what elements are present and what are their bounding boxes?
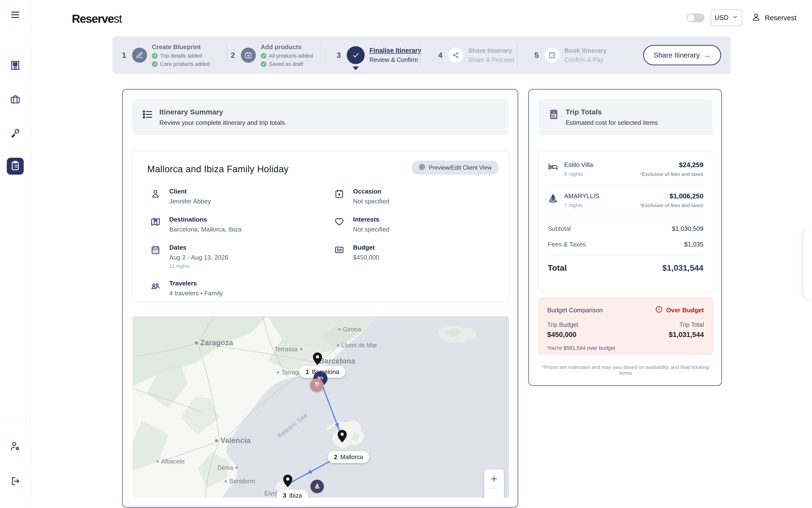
field-interests: InterestsNot specified: [334, 216, 503, 233]
itinerary-map[interactable]: Zaragoza Terrassa Girona Lloret de Mar B…: [132, 316, 509, 498]
map-pin-ibiza[interactable]: [283, 475, 292, 488]
theme-toggle[interactable]: [686, 13, 705, 22]
boat-marker[interactable]: [311, 480, 324, 493]
preview-button-label: Preview/Edit Client View: [429, 164, 492, 171]
currency-select[interactable]: USD: [711, 9, 742, 26]
divider: [548, 184, 704, 185]
total-row: Total$1,031,544: [548, 263, 704, 272]
summary-header: Itinerary Summary Review your complete i…: [132, 99, 509, 135]
step-share-itinerary[interactable]: 4 Share Itinerary Share & Proceed: [437, 36, 514, 74]
divider: [548, 216, 704, 216]
key-icon: [10, 128, 20, 139]
summary-subtitle: Review your complete itinerary and trip …: [160, 119, 286, 127]
arrow-right-icon: →: [704, 51, 711, 59]
step-create-blueprint[interactable]: 1 Create Blueprint Trip details added Co…: [121, 36, 210, 74]
map-icon: [150, 216, 161, 233]
clipboard-icon: [10, 160, 20, 172]
over-budget-note: You're $581,544 over budget: [547, 345, 704, 351]
share-itinerary-button[interactable]: Share Itinerary →: [643, 45, 721, 65]
sidebar: [0, 0, 31, 508]
step-check: All products added: [261, 53, 313, 59]
app-logo[interactable]: Reservest: [72, 12, 122, 26]
step-divider: [517, 44, 517, 67]
map-label-terrassa: Terrassa: [274, 346, 302, 353]
item-note: *Exclusive of fees and taxes: [640, 203, 704, 208]
zoom-out-button[interactable]: −: [484, 489, 504, 498]
menu-button[interactable]: [7, 7, 24, 24]
field-travelers: Travelers4 travelers • Family: [150, 280, 334, 297]
wizard-stepper: 1 Create Blueprint Trip details added Co…: [112, 36, 731, 74]
check-icon: [152, 61, 157, 67]
svg-text:$: $: [337, 248, 339, 252]
line-item-villa: Estilo Villa 5 nights $24,259 *Exclusive…: [548, 161, 704, 177]
city-dot: [215, 439, 218, 442]
step-title: Book Itinerary: [565, 47, 607, 54]
logout-icon: [10, 476, 20, 488]
side-drawer-handle[interactable]: [804, 229, 812, 299]
logout-button[interactable]: [7, 473, 24, 490]
briefcase-icon: [10, 94, 20, 105]
step-subtitle: Share & Proceed: [468, 56, 514, 64]
city-dot: [156, 460, 159, 463]
sidebar-item-account-settings[interactable]: [7, 438, 24, 455]
calendar-icon: [150, 244, 161, 269]
stop-pill-mallorca[interactable]: 2Mallorca: [327, 451, 369, 463]
step-finalise-itinerary-active[interactable]: 3 Finalise Itinerary Review & Confirm: [335, 36, 421, 74]
share-icon: [448, 48, 463, 62]
sidebar-item-hotels[interactable]: [7, 57, 24, 74]
sailboat-icon: [548, 192, 558, 204]
subtotal-row: Subtotal$1,030,509: [548, 225, 704, 232]
city-dot: [195, 341, 198, 344]
calendar-check-icon: [545, 48, 559, 62]
map-label-valencia: Valencia: [215, 436, 251, 445]
zoom-in-button[interactable]: +: [484, 469, 504, 488]
item-price: $1,006,250: [640, 192, 704, 200]
field-destinations: DestinationsBarcelona, Mallorca, Ibiza: [150, 216, 334, 233]
step-check: Core products added: [152, 61, 210, 67]
sidebar-item-keys[interactable]: [7, 125, 24, 142]
step-subtitle: Confirm & Pay: [565, 56, 607, 64]
map-label-barcelona: Barcelona: [319, 357, 355, 366]
stop-pill-ibiza[interactable]: 3Ibiza: [276, 490, 309, 498]
map-pin-mallorca[interactable]: [337, 430, 347, 443]
map-label-albacete: Albacete: [156, 458, 184, 465]
field-client: ClientJennifer Abbey: [150, 188, 334, 205]
summary-title: Itinerary Summary: [160, 108, 286, 116]
check-icon: [261, 53, 267, 59]
fees-row: Fees & Taxes$1,035: [548, 241, 704, 248]
item-price: $24,259: [640, 161, 704, 169]
restaurant-icon: [314, 381, 320, 389]
totals-box: Estilo Villa 5 nights $24,259 *Exclusive…: [539, 151, 713, 292]
city-dot: [277, 371, 279, 374]
step-divider: [226, 44, 227, 67]
trip-fields: ClientJennifer Abbey OccasionNot specifi…: [150, 188, 503, 297]
toggle-knob: [687, 14, 694, 21]
totals-header: Trip Totals Estimated cost for selected …: [539, 99, 713, 135]
budget-icon: $: [334, 244, 344, 269]
user-gear-icon: [10, 441, 20, 453]
user-icon: [751, 12, 761, 24]
step-title: Share Itinerary: [468, 47, 514, 54]
restaurant-marker[interactable]: [310, 378, 323, 392]
field-dates: DatesAug 2 - Aug 13, 202611 nights: [150, 244, 334, 269]
totals-subtitle: Estimated cost for selected items: [566, 119, 658, 127]
trip-total-label: Trip Total: [669, 321, 704, 328]
list-icon: [142, 108, 153, 121]
step-book-itinerary[interactable]: 5 Book Itinerary Confirm & Pay: [533, 36, 607, 74]
city-dot: [338, 328, 341, 331]
check-circle-icon: [347, 46, 365, 64]
check-icon: [152, 53, 157, 59]
sidebar-item-itinerary-active[interactable]: [7, 158, 24, 175]
trip-budget-label: Trip Budget: [547, 321, 578, 328]
map-label-girona: Girona: [338, 326, 361, 333]
trip-total-value: $1,031,544: [669, 331, 704, 339]
app-screen: Reservest USD Reservest 1 Create Bluepri…: [0, 0, 812, 508]
person-icon: [150, 188, 161, 205]
totals-title: Trip Totals: [566, 108, 658, 116]
step-add-products[interactable]: 2 Add products All products added Saved …: [230, 36, 313, 74]
sidebar-item-trips[interactable]: [7, 91, 24, 108]
map-pin-barcelona[interactable]: [313, 352, 322, 366]
user-menu[interactable]: Reservest: [751, 12, 797, 24]
preview-client-view-button[interactable]: Preview/Edit Client View: [411, 161, 499, 175]
map-label-benidorm: Benidorm: [225, 478, 255, 485]
